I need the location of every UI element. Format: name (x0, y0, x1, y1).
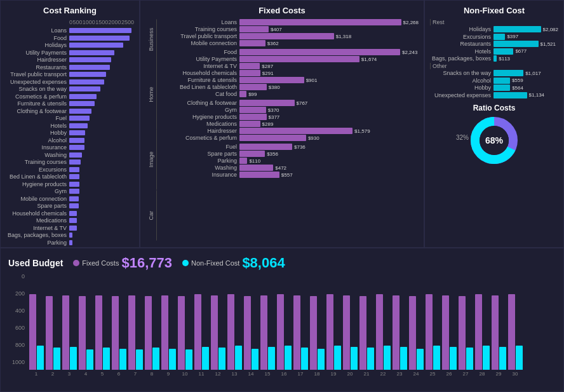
fixed-item-label: Cosmetics & perfum (157, 135, 239, 141)
bar-xlabel: 1 (29, 371, 44, 377)
bar-pair (277, 278, 292, 370)
fixed-bar (239, 33, 334, 39)
bar-xlabel: 25 (425, 371, 440, 377)
nf-val: $564 (512, 85, 523, 91)
fixed-val: $901 (306, 78, 318, 83)
fixed-row: Hairdresser $1,579 (157, 128, 419, 134)
ranking-label: Medications (6, 217, 69, 224)
ranking-bar (69, 233, 72, 238)
nf-bar (493, 84, 510, 91)
ranking-label: Hotels (6, 123, 69, 129)
bar-fixed (508, 294, 515, 370)
non-fixed-body: Rest Holidays $2,082 Excursions $397 Res… (430, 19, 558, 98)
legend-nonfixed-label: Non-Fixed Cost (191, 259, 239, 267)
bar-fixed (145, 296, 152, 370)
bar-fixed (161, 295, 168, 370)
ranking-bar-wrap (69, 145, 134, 150)
nf-row: Hotels $677 (430, 48, 558, 55)
nf-row: Holidays $2,082 (430, 26, 558, 32)
ranking-label: Hobby (6, 130, 69, 136)
bar-nonfixed (268, 347, 275, 370)
fixed-val: $287 (262, 64, 273, 69)
fixed-bar (239, 63, 260, 69)
ranking-label: Spare parts (6, 203, 69, 209)
nf-label: Snacks on the way (430, 70, 493, 76)
ranking-label: Parking (6, 240, 69, 246)
cost-ranking-title: Cost Ranking (6, 6, 134, 15)
fixed-val: $110 (249, 158, 260, 164)
bar-fixed (128, 295, 135, 370)
bar-pair (194, 278, 209, 370)
ranking-row: Hairdresser (6, 57, 134, 63)
nf-val: $113 (499, 56, 510, 62)
ranking-bar (69, 226, 77, 231)
fixed-bar (239, 165, 273, 171)
bar-chart-yaxis: 1000 800 600 400 200 0 (8, 273, 27, 365)
ranking-label: Loans (6, 27, 69, 34)
ranking-rows: Loans Food Holidays Utility Payments Hai… (6, 27, 134, 248)
ranking-bar-wrap (69, 182, 134, 187)
fixed-bar-wrap: $767 (239, 100, 419, 106)
fixed-row: Bed Linen & tablecloth $380 (157, 84, 419, 90)
bar-nonfixed (516, 346, 523, 370)
section-label: Home (145, 60, 157, 130)
fixed-item-label: Hairdresser (157, 128, 239, 134)
ranking-bar-wrap (69, 116, 134, 121)
legend-nonfixed: Non-Fixed Cost $8,064 (182, 255, 285, 271)
ranking-bar-wrap (69, 94, 134, 99)
nf-bar-wrap: $2,082 (493, 26, 558, 32)
fixed-item-label: Parking (157, 158, 239, 164)
fixed-bar-wrap: $2,243 (239, 49, 419, 55)
nf-label: Hotels (430, 48, 493, 55)
ranking-row: Household chemicals (6, 210, 134, 217)
nf-bar-wrap: $559 (493, 78, 558, 84)
ranking-label: Bed Linen & tablecloth (6, 173, 69, 180)
nf-row: Bags, packages, boxes $113 (430, 55, 558, 62)
ranking-label: Hygiene products (6, 181, 69, 187)
fixed-val: $99 (248, 91, 257, 97)
nf-bar-wrap: $1,017 (493, 70, 558, 76)
fixed-item-label: Medications (157, 121, 239, 127)
fixed-bar-wrap: $110 (239, 158, 419, 164)
bar-pair (112, 278, 126, 370)
bar-fixed (475, 294, 482, 370)
budget-title: Used Budget (8, 258, 63, 268)
fixed-bar (239, 40, 265, 46)
bar-xlabel: 8 (144, 371, 159, 377)
ranking-bar (69, 79, 104, 84)
ranking-bar-wrap (69, 72, 134, 77)
fixed-item-label: Hygiene products (157, 114, 239, 120)
bar-xlabel: 27 (458, 371, 473, 377)
ranking-label: Alcohol (6, 137, 69, 144)
bar-xlabel: 3 (62, 371, 77, 377)
fixed-bar (239, 26, 269, 32)
ranking-bar-wrap (69, 240, 134, 245)
ranking-label: Holidays (6, 42, 69, 48)
bar-group: 26 (441, 278, 457, 377)
bar-nonfixed (285, 346, 292, 370)
nf-row: Snacks on the way $1,017 (430, 70, 558, 76)
ranking-label: Excursions (6, 166, 69, 173)
fixed-bar (239, 84, 267, 90)
bar-pair (459, 278, 473, 370)
fixed-val: $2,243 (402, 50, 417, 55)
ranking-bar-wrap (69, 36, 134, 41)
bar-nonfixed (37, 346, 44, 370)
fixed-val: $370 (268, 107, 279, 113)
bar-xlabel: 18 (309, 371, 325, 377)
ranking-label: Gym (6, 188, 69, 194)
fixed-val: $736 (294, 144, 306, 150)
fixed-costs-panel: Fixed Costs BusinessHomeImageCar Loans $… (140, 0, 424, 248)
ranking-bar-wrap (69, 189, 134, 194)
fixed-item-label: Furniture & utensils (157, 77, 239, 83)
ranking-bar-wrap (69, 79, 134, 84)
ranking-row: Food (6, 35, 134, 41)
fixed-bar-wrap: $1,674 (239, 56, 419, 62)
bar-group: 4 (78, 278, 93, 377)
bar-fixed (211, 295, 218, 370)
ranking-bar (69, 203, 79, 208)
bar-fixed (112, 296, 119, 370)
fixed-section-group: Food $2,243 Utility Payments $1,674 Inte… (157, 49, 419, 98)
fixed-item-label: Internet & TV (157, 63, 239, 69)
bar-nonfixed (334, 346, 341, 370)
